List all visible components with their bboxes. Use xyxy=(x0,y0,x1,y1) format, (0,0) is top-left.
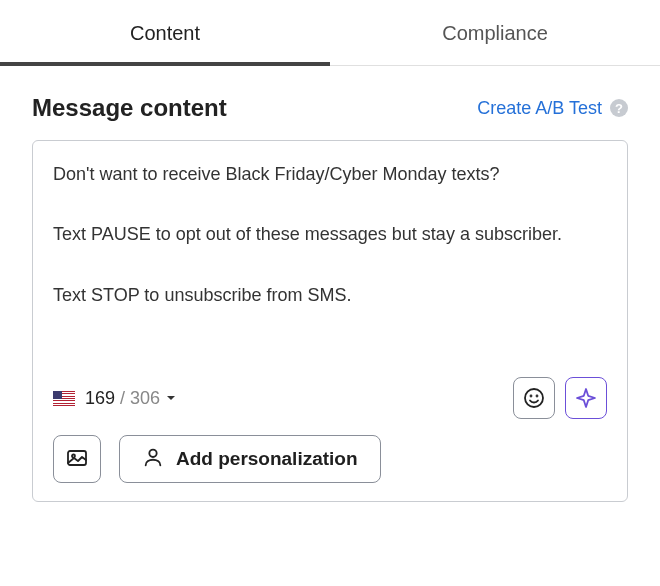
message-textarea[interactable]: Don't want to receive Black Friday/Cyber… xyxy=(53,159,607,359)
tab-content[interactable]: Content xyxy=(0,0,330,65)
chevron-down-icon xyxy=(165,392,177,404)
smiley-icon xyxy=(522,386,546,410)
page-title: Message content xyxy=(32,94,227,122)
add-personalization-label: Add personalization xyxy=(176,448,358,470)
ab-test-group: Create A/B Test ? xyxy=(477,98,628,119)
svg-point-0 xyxy=(525,389,543,407)
image-icon xyxy=(65,446,89,473)
emoji-button[interactable] xyxy=(513,377,555,419)
char-count-slash: / xyxy=(120,388,125,409)
tabs: Content Compliance xyxy=(0,0,660,66)
section-header: Message content Create A/B Test ? xyxy=(32,94,628,122)
tab-compliance-label: Compliance xyxy=(442,22,548,44)
bottom-actions: Add personalization xyxy=(53,435,607,483)
svg-point-5 xyxy=(149,449,156,456)
counter-right xyxy=(513,377,607,419)
create-ab-test-link[interactable]: Create A/B Test xyxy=(477,98,602,119)
sparkle-icon xyxy=(574,386,598,410)
help-icon[interactable]: ? xyxy=(610,99,628,117)
char-count-current: 169 xyxy=(85,388,115,409)
tab-content-label: Content xyxy=(130,22,200,44)
svg-point-4 xyxy=(72,454,75,457)
person-icon xyxy=(142,446,164,473)
svg-point-2 xyxy=(537,396,538,397)
character-counter-dropdown[interactable]: 169 / 306 xyxy=(85,388,177,409)
char-count-limit: 306 xyxy=(130,388,160,409)
us-flag-icon xyxy=(53,391,75,406)
svg-point-1 xyxy=(531,396,532,397)
add-personalization-button[interactable]: Add personalization xyxy=(119,435,381,483)
add-image-button[interactable] xyxy=(53,435,101,483)
message-box: Don't want to receive Black Friday/Cyber… xyxy=(32,140,628,502)
tab-compliance[interactable]: Compliance xyxy=(330,0,660,65)
content-area: Message content Create A/B Test ? Don't … xyxy=(0,66,660,522)
counter-row: 169 / 306 xyxy=(53,377,607,419)
counter-left: 169 / 306 xyxy=(53,388,177,409)
ai-sparkle-button[interactable] xyxy=(565,377,607,419)
